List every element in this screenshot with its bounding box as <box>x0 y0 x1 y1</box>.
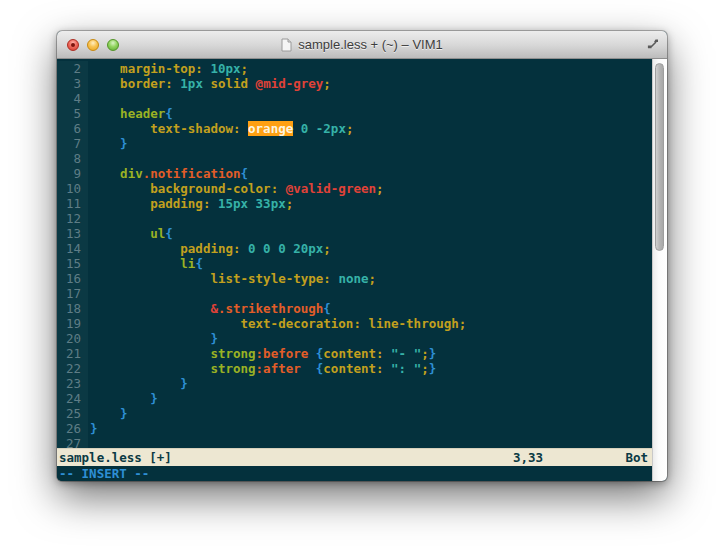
line-number: 25 <box>57 406 88 421</box>
fullscreen-arrows-icon <box>647 38 660 51</box>
line-number: 6 <box>57 121 88 136</box>
line-number: 18 <box>57 301 88 316</box>
line-number: 16 <box>57 271 88 286</box>
editor-column: 2 margin-top: 10px;3 border: 1px solid @… <box>57 59 652 481</box>
code-line: 27 <box>57 436 652 448</box>
code-line: 3 border: 1px solid @mid-grey; <box>57 76 652 91</box>
code-line: 13 ul{ <box>57 226 652 241</box>
line-number: 5 <box>57 106 88 121</box>
code-line: 16 list-style-type: none; <box>57 271 652 286</box>
code-line: 23 } <box>57 376 652 391</box>
line-number: 19 <box>57 316 88 331</box>
code-line: 21 strong:before {content: "- ";} <box>57 346 652 361</box>
line-number: 23 <box>57 376 88 391</box>
vim-statusline: sample.less [+] 3,33 Bot <box>57 448 652 466</box>
code-line: 19 text-decoration: line-through; <box>57 316 652 331</box>
line-number: 22 <box>57 361 88 376</box>
line-number: 14 <box>57 241 88 256</box>
code-line: 18 &.strikethrough{ <box>57 301 652 316</box>
code-line: 26} <box>57 421 652 436</box>
code-line: 7 } <box>57 136 652 151</box>
code-line: 10 background-color: @valid-green; <box>57 181 652 196</box>
code-line: 17 <box>57 286 652 301</box>
vim-window: sample.less + (~) – VIM1 2 margin-top: 1… <box>57 31 667 481</box>
line-number: 15 <box>57 256 88 271</box>
scrollbar-thumb[interactable] <box>655 63 664 251</box>
line-number: 12 <box>57 211 88 226</box>
statusline-ruler: 3,33 <box>513 450 543 465</box>
statusline-filename: sample.less [+] <box>59 450 172 465</box>
line-number: 27 <box>57 436 88 448</box>
code-line: 8 <box>57 151 652 166</box>
code-line: 4 <box>57 91 652 106</box>
code-line: 5 header{ <box>57 106 652 121</box>
vim-command-line: -- INSERT -- <box>57 466 652 481</box>
line-number: 9 <box>57 166 88 181</box>
line-number: 21 <box>57 346 88 361</box>
code-area[interactable]: 2 margin-top: 10px;3 border: 1px solid @… <box>57 59 652 448</box>
close-button[interactable] <box>67 39 79 51</box>
code-line: 6 text-shadow: orange 0 -2px; <box>57 121 652 136</box>
vim-main: 2 margin-top: 10px;3 border: 1px solid @… <box>57 59 667 481</box>
statusline-scroll-position: Bot <box>625 450 648 465</box>
line-number: 2 <box>57 61 88 76</box>
code-line: 15 li{ <box>57 256 652 271</box>
line-number: 3 <box>57 76 88 91</box>
minimize-button[interactable] <box>87 39 99 51</box>
code-line: 9 div.notification{ <box>57 166 652 181</box>
code-line: 20 } <box>57 331 652 346</box>
document-proxy-icon <box>281 38 292 52</box>
code-line: 11 padding: 15px 33px; <box>57 196 652 211</box>
line-number: 20 <box>57 331 88 346</box>
line-number: 26 <box>57 421 88 436</box>
line-number: 8 <box>57 151 88 166</box>
fullscreen-button[interactable] <box>645 36 661 52</box>
mode-indicator: -- INSERT -- <box>59 466 149 481</box>
line-number: 4 <box>57 91 88 106</box>
code-line: 22 strong:after {content: ": ";} <box>57 361 652 376</box>
line-number: 10 <box>57 181 88 196</box>
line-number: 7 <box>57 136 88 151</box>
line-number: 11 <box>57 196 88 211</box>
line-number: 13 <box>57 226 88 241</box>
traffic-lights <box>67 31 119 58</box>
code-line: 12 <box>57 211 652 226</box>
scrollbar-track[interactable] <box>652 59 667 481</box>
code-line: 2 margin-top: 10px; <box>57 61 652 76</box>
line-number: 17 <box>57 286 88 301</box>
code-line: 25 } <box>57 406 652 421</box>
titlebar[interactable]: sample.less + (~) – VIM1 <box>57 31 667 59</box>
window-title: sample.less + (~) – VIM1 <box>298 37 443 52</box>
code-line: 24 } <box>57 391 652 406</box>
code-line: 14 padding: 0 0 0 20px; <box>57 241 652 256</box>
code-lines: 2 margin-top: 10px;3 border: 1px solid @… <box>57 61 652 448</box>
zoom-button[interactable] <box>107 39 119 51</box>
line-number: 24 <box>57 391 88 406</box>
